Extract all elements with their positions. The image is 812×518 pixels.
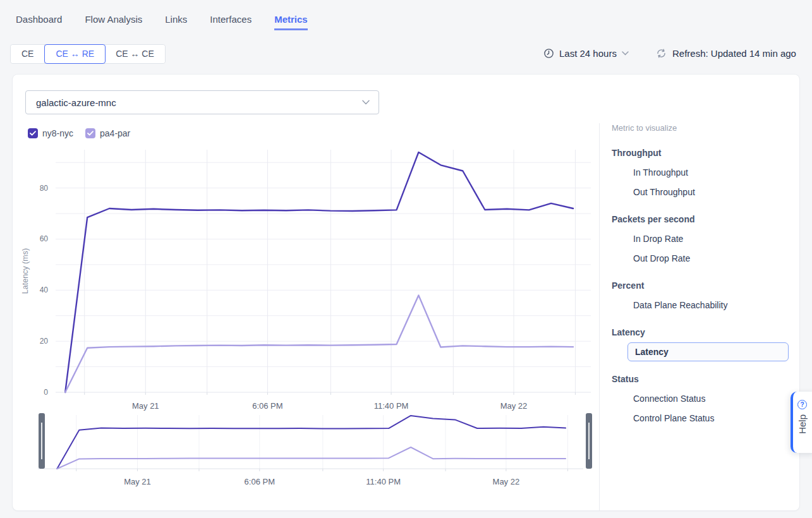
series-toggle-pa4-par[interactable]: pa4-par: [85, 128, 130, 138]
chevron-down-icon: [362, 100, 370, 105]
metric-group-percent: Percent Data Plane Reachability: [612, 280, 799, 311]
y-tick-label: 20: [40, 337, 49, 346]
grid: [56, 150, 591, 395]
y-tick-label: 80: [40, 184, 49, 193]
x-tick-label: May 22: [493, 477, 520, 486]
nav-item-flow-analysis[interactable]: Flow Analysis: [85, 14, 142, 28]
x-tick-label: May 21: [132, 401, 159, 411]
series-lines: [57, 416, 566, 469]
series-line-pa4-par: [57, 447, 566, 469]
segment-ce[interactable]: CE: [11, 45, 45, 63]
series-toggle-ny8-nyc[interactable]: ny8-nyc: [28, 128, 73, 138]
selected-metric-label: Latency: [635, 347, 669, 357]
y-tick-label: 0: [44, 388, 48, 397]
series-toggle-label: ny8-nyc: [42, 128, 73, 138]
group-heading: Packets per second: [612, 214, 799, 224]
sidebar-divider: [599, 123, 600, 510]
refresh-icon: [656, 48, 667, 59]
checkbox-checked-icon: [28, 128, 38, 138]
x-tick-label: 11:40 PM: [366, 477, 401, 486]
brush-handle-right[interactable]: [586, 413, 592, 469]
connection-select-value: galactic-azure-mnc: [36, 97, 362, 108]
group-heading: Status: [612, 374, 799, 384]
x-axis: May 216:06 PM11:40 PMMay 22: [124, 477, 519, 486]
help-tab[interactable]: ? Help: [791, 392, 812, 453]
series-line-ny8-nyc: [57, 416, 566, 469]
metric-item-out-throughput[interactable]: Out Throughput: [612, 186, 799, 198]
top-nav: Dashboard Flow Analysis Links Interfaces…: [16, 14, 308, 30]
group-heading: Throughput: [612, 148, 799, 158]
grid: [38, 415, 583, 471]
x-tick-label: 6:06 PM: [252, 401, 282, 411]
metric-sidebar: Metric to visualize Throughput In Throug…: [612, 123, 799, 440]
metric-group-pps: Packets per second In Drop Rate Out Drop…: [612, 214, 799, 264]
y-axis: 020406080Latency (ms): [21, 184, 48, 397]
x-tick-label: May 21: [124, 477, 151, 486]
latency-chart: May 216:06 PM11:40 PMMay 22020406080Late…: [13, 144, 603, 417]
sidebar-title: Metric to visualize: [612, 123, 799, 133]
x-axis: May 216:06 PM11:40 PMMay 22: [132, 401, 527, 411]
nav-item-interfaces[interactable]: Interfaces: [210, 14, 251, 28]
series-line-pa4-par: [65, 295, 573, 392]
time-range-selector[interactable]: Last 24 hours: [543, 48, 629, 59]
y-axis-label: Latency (ms): [21, 248, 30, 294]
brush-grip: [41, 423, 42, 459]
metric-item-latency-selected[interactable]: Latency: [627, 342, 789, 361]
metric-item-control-plane-status[interactable]: Control Plane Status: [612, 413, 799, 424]
x-tick-label: 11:40 PM: [374, 401, 409, 411]
nav-item-links[interactable]: Links: [165, 14, 187, 28]
checkbox-checked-icon: [85, 128, 95, 138]
metric-group-status: Status Connection Status Control Plane S…: [612, 374, 799, 424]
nav-item-dashboard[interactable]: Dashboard: [16, 14, 62, 28]
metric-item-connection-status[interactable]: Connection Status: [612, 393, 799, 404]
metric-group-throughput: Throughput In Throughput Out Throughput: [612, 148, 799, 198]
group-heading: Percent: [612, 280, 799, 291]
connection-select[interactable]: galactic-azure-mnc: [25, 90, 379, 114]
overview-chart: May 216:06 PM11:40 PMMay 22: [25, 409, 597, 491]
y-tick-label: 60: [40, 234, 49, 243]
series-lines: [65, 152, 573, 392]
refresh-control[interactable]: Refresh: Updated 14 min ago: [656, 48, 796, 59]
brush-handle-left[interactable]: [39, 413, 45, 469]
x-tick-label: May 22: [500, 401, 528, 411]
y-tick-label: 40: [40, 286, 49, 294]
segment-ce-re[interactable]: CE ↔ RE: [44, 44, 106, 64]
metric-item-data-plane-reachability[interactable]: Data Plane Reachability: [612, 299, 799, 311]
metric-group-latency: Latency Latency: [612, 327, 799, 361]
help-label: Help: [797, 414, 808, 434]
chevron-down-icon: [622, 51, 629, 56]
time-range-label: Last 24 hours: [559, 48, 617, 59]
segment-ce-ce[interactable]: CE ↔ CE: [105, 45, 165, 63]
metric-item-out-drop-rate[interactable]: Out Drop Rate: [612, 253, 799, 264]
group-heading: Latency: [612, 327, 799, 337]
brush-grip: [588, 423, 590, 459]
series-line-ny8-nyc: [65, 152, 573, 392]
clock-icon: [543, 48, 554, 59]
connection-type-filter: CE CE ↔ RE CE ↔ CE: [10, 44, 166, 64]
help-icon: ?: [797, 400, 807, 409]
refresh-label: Refresh: Updated 14 min ago: [672, 48, 796, 59]
series-toggle-label: pa4-par: [100, 128, 130, 138]
x-tick-label: 6:06 PM: [245, 477, 275, 486]
metric-item-in-throughput[interactable]: In Throughput: [612, 167, 799, 178]
metrics-card: galactic-azure-mnc ny8-nyc pa4-par: [13, 75, 799, 510]
metric-item-in-drop-rate[interactable]: In Drop Rate: [612, 233, 799, 244]
series-legend: ny8-nyc pa4-par: [28, 128, 130, 138]
nav-item-metrics[interactable]: Metrics: [274, 14, 308, 30]
